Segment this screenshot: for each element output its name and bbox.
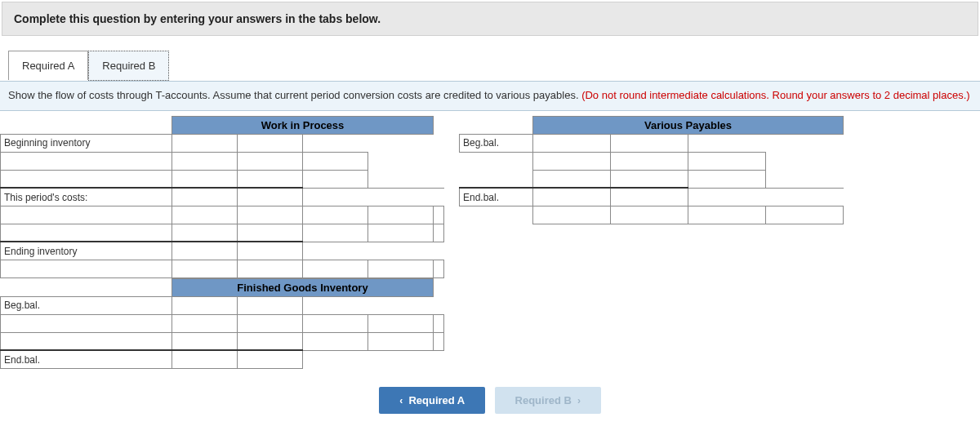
wip-r6-1[interactable] <box>172 224 238 242</box>
fgi-b-1[interactable] <box>172 296 238 314</box>
instruction-bar: Show the flow of costs through T-account… <box>0 81 980 111</box>
wip-p-1[interactable] <box>172 188 238 206</box>
wip-r8-label[interactable] <box>1 260 172 278</box>
table-wip: Work in Process Beginning inventory <box>0 116 444 278</box>
nav-buttons: ‹ Required A Required B › <box>0 369 980 425</box>
left-column: Work in Process Beginning inventory <box>0 116 444 369</box>
fgi-r3-1[interactable] <box>172 332 238 350</box>
vp-r3-2[interactable] <box>611 170 688 188</box>
vp-r5-2[interactable] <box>611 206 688 224</box>
fgi-r3-5[interactable] <box>434 332 444 350</box>
instruction-red: (Do not round intermediate calculations.… <box>581 89 969 101</box>
right-column: Various Payables Beg.bal. <box>459 116 844 224</box>
vp-r3-3[interactable] <box>688 170 766 188</box>
fgi-end-label: End.bal. <box>1 350 172 368</box>
tabs-row: Required ARequired B <box>0 38 980 81</box>
prev-button[interactable]: ‹ Required A <box>379 387 485 414</box>
wip-r8-4[interactable] <box>368 260 434 278</box>
vp-title: Various Payables <box>533 116 844 134</box>
prev-label: Required A <box>408 394 465 406</box>
vp-r2-3[interactable] <box>688 152 766 170</box>
fgi-r2-1[interactable] <box>172 314 238 332</box>
wip-r3-1[interactable] <box>172 170 238 188</box>
wip-ending-label: Ending inventory <box>1 242 172 260</box>
wip-r5-3[interactable] <box>303 206 368 224</box>
wip-r5-label[interactable] <box>1 206 172 224</box>
table-vp: Various Payables Beg.bal. <box>459 116 844 224</box>
wip-r5-5[interactable] <box>434 206 444 224</box>
vp-e-2[interactable] <box>611 188 688 206</box>
vp-beg-label: Beg.bal. <box>460 134 533 152</box>
wip-r8-5[interactable] <box>434 260 444 278</box>
wip-beg-2[interactable] <box>238 134 303 152</box>
wip-r6-3[interactable] <box>303 224 368 242</box>
tab-required-a[interactable]: Required A <box>8 51 88 80</box>
instructions-header: Complete this question by entering your … <box>2 2 978 36</box>
wip-r2-2[interactable] <box>238 152 303 170</box>
wip-p-2[interactable] <box>238 188 303 206</box>
wip-e-2[interactable] <box>238 242 303 260</box>
wip-title: Work in Process <box>172 116 434 134</box>
wip-beginning-label: Beginning inventory <box>1 134 172 152</box>
fgi-r3-2[interactable] <box>238 332 303 350</box>
table-fgi: Finished Goods Inventory Beg.bal. <box>0 278 444 369</box>
fgi-r2-4[interactable] <box>368 314 434 332</box>
fgi-beg-label: Beg.bal. <box>1 296 172 314</box>
wip-r8-2[interactable] <box>238 260 303 278</box>
fgi-r2-3[interactable] <box>303 314 368 332</box>
wip-e-1[interactable] <box>172 242 238 260</box>
vp-r5-3[interactable] <box>688 206 766 224</box>
fgi-r3-3[interactable] <box>303 332 368 350</box>
fgi-e-2[interactable] <box>238 350 303 368</box>
vp-r2-1[interactable] <box>533 152 611 170</box>
chevron-left-icon: ‹ <box>399 395 403 406</box>
wip-r6-label[interactable] <box>1 224 172 242</box>
next-button: Required B › <box>495 387 601 414</box>
fgi-r2-label[interactable] <box>1 314 172 332</box>
vp-r2-2[interactable] <box>611 152 688 170</box>
tab-required-b[interactable]: Required B <box>88 51 169 81</box>
fgi-e-1[interactable] <box>172 350 238 368</box>
chevron-right-icon: › <box>577 395 581 406</box>
wip-r6-2[interactable] <box>238 224 303 242</box>
fgi-r2-5[interactable] <box>434 314 444 332</box>
wip-r5-4[interactable] <box>368 206 434 224</box>
wip-r2-3[interactable] <box>303 152 368 170</box>
vp-r5-1[interactable] <box>533 206 611 224</box>
wip-r5-1[interactable] <box>172 206 238 224</box>
fgi-r3-label[interactable] <box>1 332 172 350</box>
vp-b-1[interactable] <box>533 134 611 152</box>
wip-r2-1[interactable] <box>172 152 238 170</box>
wip-r3-label[interactable] <box>1 170 172 188</box>
wip-r8-3[interactable] <box>303 260 368 278</box>
vp-b-2[interactable] <box>611 134 688 152</box>
instruction-text: Show the flow of costs through T-account… <box>8 89 581 101</box>
wip-r2-label[interactable] <box>1 152 172 170</box>
fgi-title: Finished Goods Inventory <box>172 278 434 296</box>
fgi-r3-4[interactable] <box>368 332 434 350</box>
wip-r8-1[interactable] <box>172 260 238 278</box>
wip-r6-5[interactable] <box>434 224 444 242</box>
wip-period-label: This period's costs: <box>1 188 172 206</box>
wip-r5-2[interactable] <box>238 206 303 224</box>
wip-r3-2[interactable] <box>238 170 303 188</box>
wip-r3-3[interactable] <box>303 170 368 188</box>
next-label: Required B <box>515 394 572 406</box>
vp-e-1[interactable] <box>533 188 611 206</box>
vp-r5-4[interactable] <box>766 206 844 224</box>
wip-r6-4[interactable] <box>368 224 434 242</box>
wip-beg-1[interactable] <box>172 134 238 152</box>
fgi-r2-2[interactable] <box>238 314 303 332</box>
vp-end-label: End.bal. <box>460 188 533 206</box>
vp-r3-1[interactable] <box>533 170 611 188</box>
fgi-b-2[interactable] <box>238 296 303 314</box>
